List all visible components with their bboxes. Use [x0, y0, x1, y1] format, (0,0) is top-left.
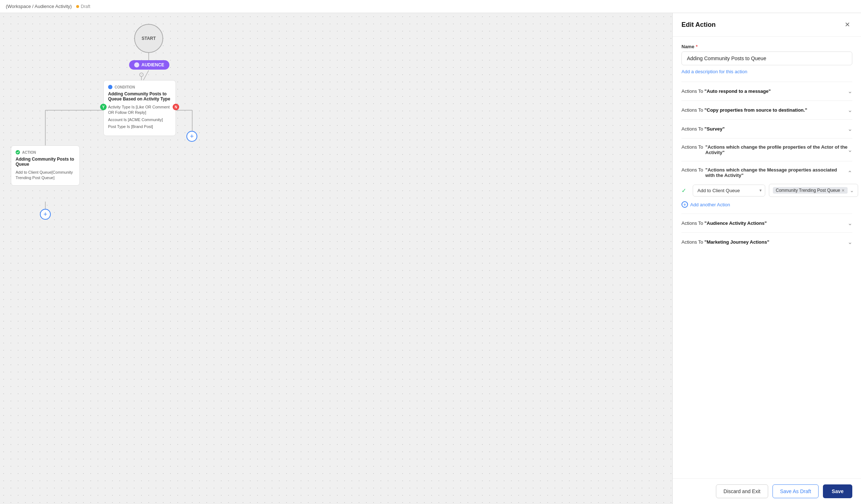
chevron-audience-actions-icon: ⌄	[848, 220, 852, 227]
action-node[interactable]: ACTION Adding Community Posts to Queue A…	[11, 145, 80, 186]
start-label: START	[141, 36, 156, 41]
status-badge: Draft	[76, 4, 90, 9]
accordion-audience-actions-header[interactable]: Actions To "Audience Activity Actions" ⌄	[681, 214, 852, 232]
accordion-message-props-header[interactable]: Actions To "Actions which change the Mes…	[681, 161, 852, 184]
accordion-profile-props-header[interactable]: Actions To "Actions which change the pro…	[681, 139, 852, 161]
connectors-svg	[0, 13, 672, 504]
panel-title: Edit Action	[681, 21, 716, 29]
accordion-auto-respond-header[interactable]: Actions To "Auto respond to a message" ⌄	[681, 82, 852, 100]
check-icon: ✓	[681, 187, 686, 194]
queue-tag-remove-button[interactable]: ×	[841, 188, 844, 193]
chevron-copy-props-icon: ⌄	[848, 107, 852, 113]
breadcrumb: (Workspace / Audience Activity)	[6, 4, 72, 9]
name-field-label: Name *	[681, 44, 852, 49]
accordion-marketing-actions-label: Actions To "Marketing Journey Actions"	[681, 239, 769, 245]
condition-dot-icon	[108, 85, 112, 89]
chevron-message-props-icon: ⌄	[848, 169, 852, 176]
condition-label: CONDITION	[115, 85, 135, 89]
add-action-plus-icon: +	[681, 201, 688, 208]
condition-line-1: Activity Type Is [Like OR Comment OR Fol…	[108, 104, 171, 116]
add-another-action-button[interactable]: + Add another Action	[681, 201, 852, 208]
add-another-label: Add another Action	[690, 202, 730, 207]
name-input[interactable]	[681, 51, 852, 65]
actions-to-value-2: "Actions which change the Message proper…	[705, 167, 848, 178]
close-button[interactable]: ✕	[842, 20, 852, 30]
chevron-auto-respond-icon: ⌄	[848, 88, 852, 95]
accordion-profile-props: Actions To "Actions which change the pro…	[681, 138, 852, 161]
accordion-copy-props-header[interactable]: Actions To "Copy properties from source …	[681, 101, 852, 119]
accordion-copy-props-label: Actions To "Copy properties from source …	[681, 107, 807, 113]
audience-icon	[134, 62, 139, 67]
accordion-profile-props-label: Actions To "Actions which change the pro…	[681, 144, 848, 155]
actions-to-prefix-1: Actions To	[681, 144, 703, 150]
accordion-message-props-body: ✓ Add to Client Queue Remove from Client…	[681, 184, 852, 214]
audience-node[interactable]: AUDIENCE	[129, 60, 169, 70]
accordion-auto-respond-label: Actions To "Auto respond to a message"	[681, 88, 771, 94]
right-panel: Edit Action ✕ Name * Add a description f…	[672, 13, 861, 504]
panel-body: Name * Add a description for this action…	[673, 37, 861, 478]
save-button[interactable]: Save	[823, 484, 852, 498]
actions-to-prefix-2: Actions To	[681, 167, 703, 173]
main-container: START AUDIENCE CONDITION Adding Communit…	[0, 13, 861, 504]
action-config-row: ✓ Add to Client Queue Remove from Client…	[681, 184, 852, 197]
discard-exit-button[interactable]: Discard and Exit	[716, 484, 768, 498]
save-draft-button[interactable]: Save As Draft	[773, 484, 819, 498]
accordion-audience-actions: Actions To "Audience Activity Actions" ⌄	[681, 214, 852, 232]
actions-to-value-1: "Actions which change the profile proper…	[705, 144, 848, 155]
condition-line-2: Account Is [ACME Community]	[108, 117, 171, 123]
accordion-survey-label: Actions To "Survey"	[681, 126, 725, 132]
queue-tag-input[interactable]: Community Trending Post Queue × ⌄	[769, 184, 858, 197]
queue-tag: Community Trending Post Queue ×	[773, 187, 848, 194]
accordion-message-props-label: Actions To "Actions which change the Mes…	[681, 167, 848, 178]
action-type-select-wrapper: Add to Client Queue Remove from Client Q…	[693, 185, 765, 197]
action-title: Adding Community Posts to Queue	[16, 157, 75, 167]
accordion-marketing-actions: Actions To "Marketing Journey Actions" ⌄	[681, 232, 852, 251]
add-description-link[interactable]: Add a description for this action	[681, 69, 747, 74]
action-detail: Add to Client Queue[Community Trending P…	[16, 170, 75, 181]
chevron-survey-icon: ⌄	[848, 125, 852, 132]
chevron-profile-props-icon: ⌄	[848, 146, 852, 153]
draft-label: Draft	[81, 4, 90, 9]
accordion-survey-header[interactable]: Actions To "Survey" ⌄	[681, 120, 852, 138]
condition-node[interactable]: CONDITION Adding Community Posts to Queu…	[103, 80, 176, 136]
action-dot-icon	[16, 150, 20, 154]
action-label: ACTION	[22, 150, 36, 154]
accordion-audience-actions-label: Actions To "Audience Activity Actions"	[681, 220, 767, 226]
no-badge: N	[173, 104, 179, 110]
yes-badge: Y	[100, 104, 107, 110]
canvas-area: START AUDIENCE CONDITION Adding Communit…	[0, 13, 672, 504]
add-node-after-n-button[interactable]: +	[186, 131, 197, 142]
add-node-after-action-button[interactable]: +	[40, 209, 51, 220]
audience-label: AUDIENCE	[141, 62, 164, 67]
accordion-survey: Actions To "Survey" ⌄	[681, 119, 852, 138]
start-node: START	[134, 24, 163, 53]
panel-footer: Discard and Exit Save As Draft Save	[673, 478, 861, 504]
accordion-marketing-actions-header[interactable]: Actions To "Marketing Journey Actions" ⌄	[681, 233, 852, 251]
action-type-select[interactable]: Add to Client Queue Remove from Client Q…	[693, 185, 765, 197]
action-header: ACTION	[16, 150, 75, 154]
chevron-marketing-actions-icon: ⌄	[848, 239, 852, 245]
accordion-message-props: Actions To "Actions which change the Mes…	[681, 161, 852, 214]
condition-title: Adding Community Posts to Queue Based on…	[108, 91, 171, 102]
condition-line-3: Post Type Is [Brand Post]	[108, 124, 171, 129]
condition-header: CONDITION	[108, 85, 171, 89]
top-bar: (Workspace / Audience Activity) Draft	[0, 0, 861, 13]
required-indicator: *	[696, 44, 697, 49]
accordion-copy-props: Actions To "Copy properties from source …	[681, 100, 852, 119]
accordion-auto-respond: Actions To "Auto respond to a message" ⌄	[681, 82, 852, 100]
queue-tag-label: Community Trending Post Queue	[776, 188, 840, 193]
panel-header: Edit Action ✕	[673, 13, 861, 37]
tag-input-dropdown-icon: ⌄	[850, 187, 854, 193]
svg-point-2	[140, 73, 143, 77]
draft-dot-icon	[76, 5, 79, 8]
